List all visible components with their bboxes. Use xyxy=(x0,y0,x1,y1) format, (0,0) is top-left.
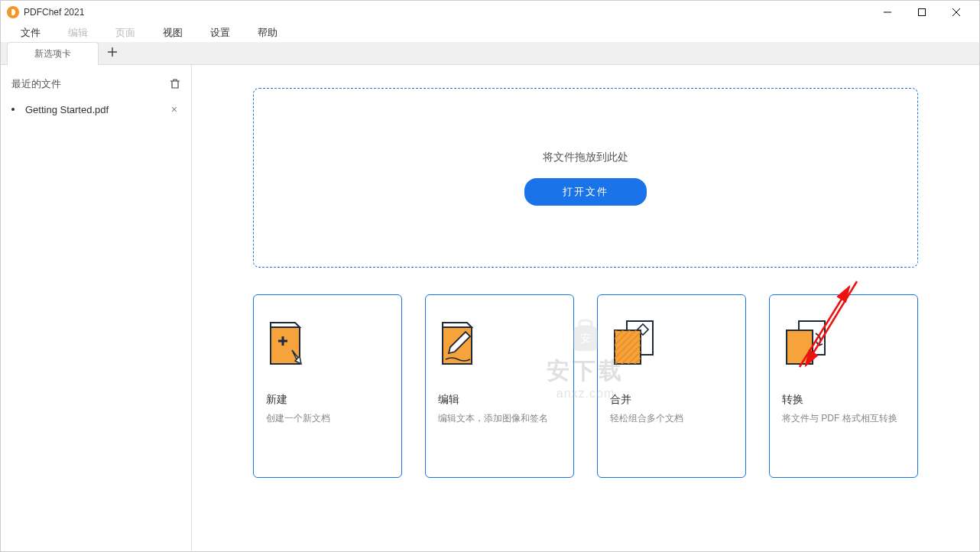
recent-file-item[interactable]: Getting Started.pdf × xyxy=(1,96,191,123)
close-button[interactable] xyxy=(939,1,973,24)
menu-page: 页面 xyxy=(102,23,149,43)
maximize-button[interactable] xyxy=(904,1,939,24)
recent-files-header: 最近的文件 xyxy=(1,73,191,96)
card-title: 编辑 xyxy=(438,393,561,407)
menu-view[interactable]: 视图 xyxy=(149,23,196,43)
menubar: 文件 编辑 页面 视图 设置 帮助 xyxy=(1,24,979,42)
content-area: 将文件拖放到此处 打开文件 安 安下载 anxz.com xyxy=(192,65,979,551)
open-file-button[interactable]: 打开文件 xyxy=(524,178,647,206)
convert-document-icon xyxy=(782,309,905,370)
card-edit[interactable]: 编辑 编辑文本，添加图像和签名 xyxy=(425,294,574,478)
app-icon xyxy=(7,6,19,18)
card-title: 转换 xyxy=(782,393,905,407)
card-desc: 编辑文本，添加图像和签名 xyxy=(438,411,561,425)
window-controls xyxy=(870,1,973,24)
card-new[interactable]: 新建 创建一个新文档 xyxy=(253,294,402,478)
menu-help[interactable]: 帮助 xyxy=(244,23,291,43)
new-document-icon xyxy=(266,309,389,370)
app-title: PDFChef 2021 xyxy=(24,7,870,18)
dropzone-text: 将文件拖放到此处 xyxy=(543,151,628,164)
edit-document-icon xyxy=(438,309,561,370)
bullet-icon xyxy=(11,108,15,111)
tab-strip: 新选项卡 xyxy=(1,42,979,65)
card-desc: 创建一个新文档 xyxy=(266,411,389,425)
card-title: 合并 xyxy=(610,393,733,407)
menu-edit: 编辑 xyxy=(54,23,102,43)
svg-rect-18 xyxy=(787,330,813,364)
sidebar: 最近的文件 Getting Started.pdf × xyxy=(1,65,192,551)
card-desc: 轻松组合多个文档 xyxy=(610,411,733,425)
titlebar: PDFChef 2021 xyxy=(1,1,979,24)
main-area: 最近的文件 Getting Started.pdf × 将文件拖放到此处 打开文… xyxy=(1,65,979,551)
recent-file-name: Getting Started.pdf xyxy=(25,104,168,115)
svg-rect-9 xyxy=(271,327,300,364)
card-title: 新建 xyxy=(266,393,389,407)
card-convert[interactable]: 转换 将文件与 PDF 格式相互转换 xyxy=(769,294,918,478)
card-merge[interactable]: 合并 轻松组合多个文档 xyxy=(597,294,746,478)
card-desc: 将文件与 PDF 格式相互转换 xyxy=(782,411,905,425)
menu-settings[interactable]: 设置 xyxy=(196,23,244,43)
dropzone[interactable]: 将文件拖放到此处 打开文件 xyxy=(253,88,918,268)
trash-icon[interactable] xyxy=(170,78,180,91)
minimize-button[interactable] xyxy=(870,1,904,24)
svg-rect-2 xyxy=(918,9,925,16)
recent-files-label: 最近的文件 xyxy=(11,77,61,91)
merge-document-icon xyxy=(610,309,733,370)
menu-file[interactable]: 文件 xyxy=(7,23,54,43)
remove-recent-icon[interactable]: × xyxy=(168,103,180,115)
add-tab-button[interactable] xyxy=(99,41,126,64)
tab-new[interactable]: 新选项卡 xyxy=(7,42,99,65)
action-cards: 新建 创建一个新文档 编辑 编辑文本，添加图像和签名 xyxy=(253,294,918,478)
